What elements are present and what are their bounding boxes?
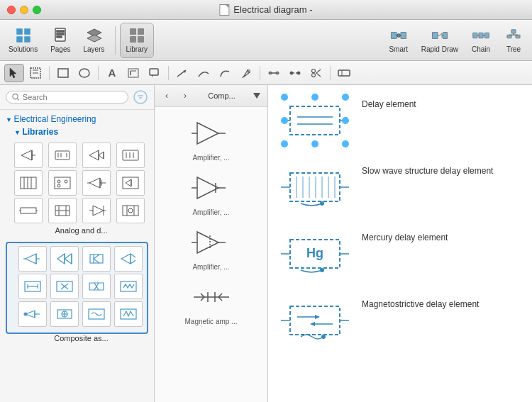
svg-marker-35 (10, 68, 16, 78)
lib-cell[interactable] (114, 246, 143, 272)
svg-rect-44 (150, 69, 158, 75)
library-button[interactable]: Library (120, 23, 155, 58)
lib-cell[interactable] (82, 246, 111, 272)
shape-label: Amplifier, ... (192, 154, 229, 162)
lib-cell[interactable] (50, 301, 79, 327)
rect-tool[interactable] (53, 64, 73, 82)
svg-marker-77 (99, 152, 104, 159)
search-input[interactable] (23, 93, 122, 101)
lib-cell[interactable] (48, 170, 77, 196)
slow-wave-preview (279, 159, 350, 216)
shape-label: Amplifier, ... (192, 208, 229, 216)
shape-item[interactable]: Magnetic amp ... (169, 277, 254, 328)
rapid-draw-button[interactable]: Rapid Draw (416, 23, 464, 58)
curved-line-tool[interactable] (194, 64, 214, 82)
tree-button[interactable]: Tree (498, 23, 529, 58)
lib-cell[interactable] (116, 198, 145, 223)
nav-dropdown[interactable] (250, 88, 263, 104)
arc-tool[interactable] (215, 64, 235, 82)
sel-handle (311, 140, 318, 147)
svg-rect-30 (511, 30, 516, 33)
ellipse-tool[interactable] (74, 64, 94, 82)
nav-forward[interactable]: › (177, 88, 193, 104)
svg-marker-116 (26, 254, 36, 264)
pages-button[interactable]: Pages (45, 23, 76, 58)
close-button[interactable] (7, 6, 16, 14)
svg-rect-152 (121, 309, 136, 319)
lib-cell[interactable] (50, 274, 79, 299)
lib-cell[interactable] (18, 274, 47, 299)
minimize-button[interactable] (20, 6, 28, 14)
lib-cell[interactable] (82, 198, 111, 223)
element-row: Slow wave structure delay element (279, 159, 521, 216)
middle-nav: ‹ › Comp... (155, 85, 267, 107)
svg-point-146 (24, 313, 27, 316)
tree-libraries[interactable]: Libraries (14, 127, 148, 137)
svg-point-54 (290, 72, 293, 74)
lib-cell[interactable] (14, 143, 43, 168)
window-controls[interactable] (7, 6, 41, 14)
shape-item[interactable]: Amplifier, ... (169, 222, 254, 274)
select-tool[interactable] (4, 64, 24, 82)
lib-cell[interactable] (82, 274, 111, 299)
svg-rect-99 (21, 208, 36, 213)
main-layout: Electrical Engineering Libraries (0, 85, 532, 402)
lib-cell[interactable] (82, 170, 111, 196)
shape-tool[interactable] (334, 64, 354, 82)
maximize-button[interactable] (33, 6, 41, 14)
lib-cell[interactable] (48, 143, 77, 168)
connection-tool-1[interactable] (264, 64, 284, 82)
svg-rect-27 (479, 33, 483, 38)
svg-marker-154 (197, 123, 218, 144)
toolbar-primary: Solutions Pages Layers Library (0, 20, 532, 61)
svg-rect-13 (138, 36, 144, 43)
lib-cell[interactable] (14, 170, 43, 196)
sel-handle (342, 140, 349, 147)
svg-rect-189 (290, 306, 340, 335)
lib-cell[interactable] (18, 246, 47, 272)
svg-rect-15 (401, 33, 406, 39)
svg-point-88 (57, 180, 60, 183)
lib-cell[interactable] (116, 170, 145, 196)
connection-tool-2[interactable] (285, 64, 305, 82)
lib-cell[interactable] (82, 301, 111, 327)
line-arrow-tool[interactable] (172, 64, 192, 82)
textbox-tool[interactable] (123, 64, 143, 82)
nav-back[interactable]: ‹ (159, 88, 174, 104)
svg-point-55 (297, 72, 300, 74)
pen-tool[interactable] (236, 64, 256, 82)
title-bar: Electrical diagram - (0, 0, 532, 20)
svg-point-62 (13, 94, 18, 99)
callout-tool[interactable] (145, 64, 165, 82)
svg-line-108 (93, 206, 104, 211)
lib-cell[interactable] (18, 301, 47, 327)
shape-item[interactable]: Amplifier, ... (169, 113, 254, 164)
toolbar-secondary: A (0, 61, 532, 85)
lib-cell[interactable] (116, 143, 145, 168)
lib-cell[interactable] (48, 198, 77, 223)
svg-text:Hg: Hg (306, 246, 323, 260)
svg-marker-68 (21, 150, 32, 160)
smart-button[interactable]: Smart (383, 23, 414, 58)
lib-cell[interactable] (14, 198, 43, 223)
svg-marker-122 (65, 254, 72, 264)
lib-cell[interactable] (114, 274, 143, 299)
lasso-tool[interactable] (26, 64, 45, 82)
search-input-wrap[interactable] (6, 91, 128, 104)
shape-label: Amplifier, ... (192, 263, 229, 271)
lib-cell[interactable] (82, 143, 111, 168)
shape-item[interactable]: Amplifier, ... (169, 167, 254, 219)
svg-rect-14 (391, 33, 397, 39)
filter-icon[interactable] (133, 89, 148, 105)
layers-button[interactable]: Layers (78, 23, 111, 58)
svg-rect-33 (507, 35, 511, 38)
chain-button[interactable]: Chain (465, 23, 497, 58)
tree-electrical-engineering[interactable]: Electrical Engineering (6, 114, 148, 124)
search-bar (0, 85, 154, 110)
solutions-button[interactable]: Solutions (3, 23, 43, 58)
svg-marker-91 (89, 178, 100, 188)
scissors-tool[interactable] (306, 64, 326, 82)
lib-cell[interactable] (114, 301, 143, 327)
lib-cell[interactable] (50, 246, 79, 272)
text-tool[interactable]: A (102, 64, 122, 82)
